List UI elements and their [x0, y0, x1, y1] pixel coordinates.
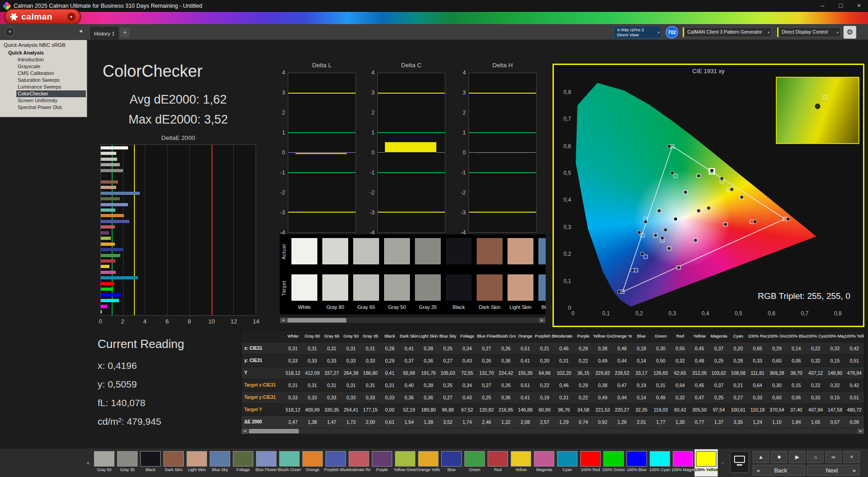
pattern-swatch-gray-50[interactable]: Gray 50 [93, 449, 116, 477]
cie-title: CIE 1931 xy [554, 68, 863, 75]
palette-scroll-left-icon[interactable]: « [84, 452, 92, 474]
pattern-swatch-purplish-blue[interactable]: Purplish Blue [324, 449, 347, 477]
sidebar-item-spectral-power-dist-[interactable]: Spectral Power Dist. [16, 104, 87, 111]
value-cell: 1,32 [496, 416, 516, 428]
pattern-swatch-dark-skin[interactable]: Dark Skin [162, 449, 185, 477]
nav-back-button[interactable]: ◄ [5, 27, 15, 37]
home-button[interactable]: ⌂ [807, 451, 824, 463]
value-cell: 0,14 [632, 355, 651, 367]
sidebar-item-luminance-sweeps[interactable]: Luminance Sweeps [16, 84, 87, 90]
pattern-swatch-green[interactable]: Green [463, 449, 486, 477]
pattern-swatch-100-magenta[interactable]: 100% Magenta [671, 449, 695, 477]
sidebar-item-saturation-sweeps[interactable]: Saturation Sweeps [16, 77, 87, 84]
play-button[interactable]: ▶ [789, 451, 805, 463]
calman-menu-button[interactable]: calman ▾ [5, 9, 81, 25]
value-cell: 67,52 [458, 404, 477, 416]
cie-measured-orange-yellow [730, 187, 734, 191]
tab-history-1[interactable]: History 1 [90, 27, 118, 40]
pattern-swatch-moderate-red[interactable]: Moderate Red [347, 449, 370, 477]
column-header-orange-yellow: Orange Yellow [612, 330, 632, 342]
swatch-scrollbar[interactable]: ◄ ► [280, 317, 546, 323]
pattern-swatch-100-red[interactable]: 100% Red [579, 449, 602, 477]
close-button[interactable]: × [850, 0, 868, 12]
sidebar-item-screen-uniformity[interactable]: Screen Uniformity [16, 97, 87, 104]
value-cell: 1,73 [341, 416, 361, 428]
sidebar-item-cms-calibration[interactable]: CMS Calibration [16, 70, 87, 77]
pattern-swatch-red[interactable]: Red [486, 449, 509, 477]
value-cell: 0,33 [806, 392, 825, 403]
deltae-bar-yellow [101, 265, 109, 268]
maximize-button[interactable]: □ [832, 0, 850, 12]
sidebar-item-introduction[interactable]: Introduction [16, 56, 87, 63]
cie-1931-panel: CIE 1931 xy 00,10,20,30,40,50,60,70,8 00… [552, 64, 864, 327]
pattern-swatch-black[interactable]: Black [139, 449, 162, 477]
scroll-left-icon[interactable]: ◄ [242, 428, 248, 434]
eject-button[interactable]: ▲ [753, 451, 769, 463]
close-button[interactable]: × [843, 451, 860, 463]
scrollbar-thumb[interactable] [287, 318, 346, 323]
value-cell: 60,90 [535, 404, 554, 416]
meter-dropdown[interactable]: X-Rite i1Pro 3 Direct View ▾ [614, 26, 662, 39]
value-cell: 97,54 [709, 404, 729, 416]
sidebar-item-grayscale[interactable]: Grayscale [16, 63, 87, 70]
pattern-swatch-light-skin[interactable]: Light Skin [185, 449, 208, 477]
pattern-swatch-100-cyan[interactable]: 100% Cyan [648, 449, 671, 477]
pattern-swatch-100-yellow[interactable]: 100% Yellow [695, 449, 718, 477]
pattern-swatch-blue-flower[interactable]: Blue Flower [255, 449, 278, 477]
stop-button[interactable]: ■ [771, 451, 787, 463]
inset-target-point [823, 95, 827, 99]
pattern-swatch-orange[interactable]: Orange [301, 449, 324, 477]
swatch-color [626, 451, 647, 467]
pattern-swatch-100-blue[interactable]: 100% Blue [625, 449, 648, 477]
calman-app-window: Calman 2025 Calman Ultimate for Business… [0, 0, 868, 477]
swatch-label: Gray 65 [353, 304, 379, 310]
next-button[interactable]: Next » [807, 465, 860, 476]
pattern-swatch-gray-35[interactable]: Gray 35 [116, 449, 139, 477]
gear-icon[interactable]: ⚙ [843, 26, 856, 39]
swatch-label: White [291, 304, 317, 310]
pattern-generator-dropdown[interactable]: CalMAN Client 3 Pattern Generator ▾ [683, 27, 772, 37]
sidebar-collapse-icon[interactable]: ◄ [78, 28, 83, 34]
value-cell: 0,15 [787, 379, 806, 391]
palette-scroll-right-icon[interactable]: » [719, 452, 726, 474]
pattern-swatch-blue[interactable]: Blue [440, 449, 463, 477]
pattern-swatch-magenta[interactable]: Magenta [533, 449, 556, 477]
add-history-tab-button[interactable]: + [120, 28, 130, 38]
minimize-button[interactable]: – [814, 0, 832, 12]
pattern-swatch-yellow-green[interactable]: Yellow Green [394, 449, 417, 477]
pattern-swatch-cyan[interactable]: Cyan [556, 449, 579, 477]
sidebar-root-node[interactable]: Quick Analysis [8, 50, 87, 56]
delta-chart-title: Delta L [288, 62, 356, 72]
value-cell: 0,20 [535, 355, 554, 367]
back-button[interactable]: « Back [753, 465, 805, 476]
value-cell: 0,33 [303, 392, 322, 403]
actual-swatch-dark-skin [477, 238, 503, 264]
sidebar-item-colorchecker[interactable]: ColorChecker [16, 90, 86, 97]
value-cell: 2,00 [361, 416, 380, 428]
cie-y-tick: 0,7 [556, 116, 571, 122]
cie-measured-red [753, 219, 757, 224]
meter-status-badge[interactable]: 702 [666, 26, 678, 39]
row-label: Y [242, 367, 283, 379]
rainbow-gradient-strip [0, 12, 868, 24]
pattern-swatch-purple[interactable]: Purple [370, 449, 394, 477]
cie-x-tick: 0 [572, 310, 575, 317]
scrollbar-thumb[interactable] [249, 429, 299, 433]
pattern-swatch-orange-yellow[interactable]: Orange Yellow [417, 449, 440, 477]
value-cell: 0,46 [554, 343, 574, 354]
table-scrollbar[interactable]: ◄ ► [241, 428, 864, 434]
display-control-dropdown[interactable]: Direct Display Control ▾ [777, 27, 841, 37]
pattern-swatch-bluish-green[interactable]: Bluish Green [278, 449, 301, 477]
target-swatch-gray-50 [384, 274, 410, 301]
pattern-swatch-100-green[interactable]: 100% Green [602, 449, 625, 477]
pattern-swatch-yellow[interactable]: Yellow [509, 449, 533, 477]
cie-measured-purple [667, 247, 671, 251]
value-cell: 96,76 [554, 404, 574, 416]
pattern-swatch-foliage[interactable]: Foliage [232, 449, 255, 477]
scroll-right-icon[interactable]: ► [858, 428, 864, 434]
scroll-left-icon[interactable]: ◄ [280, 318, 286, 323]
pattern-swatch-blue-sky[interactable]: Blue Sky [208, 449, 232, 477]
pattern-window-button[interactable] [730, 451, 749, 473]
continuous-button[interactable]: ∞ [825, 451, 842, 463]
scroll-right-icon[interactable]: ► [539, 318, 545, 323]
